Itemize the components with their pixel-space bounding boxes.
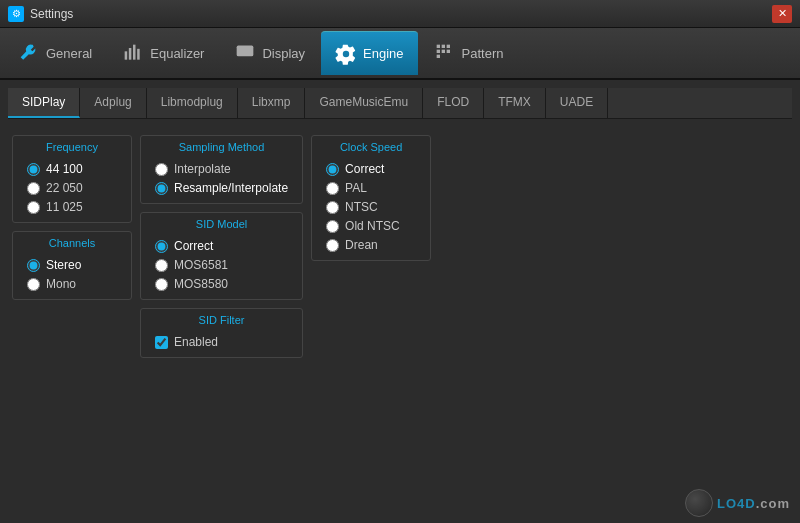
- watermark: LO4D.com: [685, 489, 790, 517]
- channel-stereo-label: Stereo: [46, 258, 81, 272]
- clock-pal-radio[interactable]: [326, 182, 339, 195]
- svg-rect-4: [237, 46, 254, 57]
- sid-model-mos6581-label: MOS6581: [174, 258, 228, 272]
- frequency-options: 44 100 22 050 11 025: [13, 158, 131, 214]
- sub-tab-gamemusicemu[interactable]: GameMusicEmu: [305, 88, 423, 118]
- svg-rect-9: [441, 50, 444, 53]
- sampling-interpolate-radio[interactable]: [155, 163, 168, 176]
- freq-11025-item[interactable]: 11 025: [27, 200, 117, 214]
- tab-equalizer[interactable]: Equalizer: [108, 31, 218, 75]
- sub-tab-adplug[interactable]: Adplug: [80, 88, 146, 118]
- clock-speed-title: Clock Speed: [312, 136, 430, 158]
- sampling-panel: Sampling Method Interpolate Resample/Int…: [140, 135, 303, 204]
- sid-filter-options: Enabled: [141, 331, 302, 349]
- close-button[interactable]: ✕: [772, 5, 792, 23]
- sub-tab-flod[interactable]: FLOD: [423, 88, 484, 118]
- sid-filter-panel: SID Filter Enabled: [140, 308, 303, 358]
- sampling-interpolate-label: Interpolate: [174, 162, 231, 176]
- clock-oldntsc-item[interactable]: Old NTSC: [326, 219, 416, 233]
- content-area: SIDPlay Adplug Libmodplug Libxmp GameMus…: [0, 80, 800, 523]
- clock-ntsc-label: NTSC: [345, 200, 378, 214]
- tab-display-label: Display: [262, 46, 305, 61]
- sid-model-mos6581-radio[interactable]: [155, 259, 168, 272]
- sub-tab-libxmp[interactable]: Libxmp: [238, 88, 306, 118]
- tab-display[interactable]: Display: [220, 31, 319, 75]
- freq-44100-label: 44 100: [46, 162, 83, 176]
- channel-stereo-radio[interactable]: [27, 259, 40, 272]
- sid-filter-enabled-item[interactable]: Enabled: [155, 335, 288, 349]
- tab-general-label: General: [46, 46, 92, 61]
- clock-oldntsc-radio[interactable]: [326, 220, 339, 233]
- settings-area: Frequency 44 100 22 050 11 025: [8, 129, 792, 364]
- settings-icon: ⚙: [8, 6, 24, 22]
- svg-rect-7: [446, 45, 449, 48]
- channels-options: Stereo Mono: [13, 254, 131, 291]
- channels-title: Channels: [13, 232, 131, 254]
- sampling-interpolate-item[interactable]: Interpolate: [155, 162, 288, 176]
- sub-tab-tfmx[interactable]: TFMX: [484, 88, 546, 118]
- tab-pattern-label: Pattern: [462, 46, 504, 61]
- clock-drean-radio[interactable]: [326, 239, 339, 252]
- sid-model-options: Correct MOS6581 MOS8580: [141, 235, 302, 291]
- pattern-icon: [434, 42, 456, 64]
- sid-model-mos8580-item[interactable]: MOS8580: [155, 277, 288, 291]
- sid-filter-enabled-label: Enabled: [174, 335, 218, 349]
- svg-rect-5: [436, 45, 439, 48]
- sid-model-panel: SID Model Correct MOS6581 MOS8580: [140, 212, 303, 300]
- title-bar-left: ⚙ Settings: [8, 6, 73, 22]
- sid-model-correct-radio[interactable]: [155, 240, 168, 253]
- freq-22050-item[interactable]: 22 050: [27, 181, 117, 195]
- sid-model-mos8580-radio[interactable]: [155, 278, 168, 291]
- sampling-title: Sampling Method: [141, 136, 302, 158]
- sid-model-correct-label: Correct: [174, 239, 213, 253]
- sampling-resample-radio[interactable]: [155, 182, 168, 195]
- clock-speed-panel: Clock Speed Correct PAL NTSC: [311, 135, 431, 261]
- clock-ntsc-item[interactable]: NTSC: [326, 200, 416, 214]
- tab-engine-label: Engine: [363, 46, 403, 61]
- svg-rect-3: [137, 49, 140, 60]
- channel-mono-radio[interactable]: [27, 278, 40, 291]
- clock-correct-radio[interactable]: [326, 163, 339, 176]
- svg-rect-10: [436, 55, 439, 58]
- title-bar: ⚙ Settings ✕: [0, 0, 800, 28]
- clock-correct-label: Correct: [345, 162, 384, 176]
- tab-engine[interactable]: Engine: [321, 31, 417, 75]
- clock-ntsc-radio[interactable]: [326, 201, 339, 214]
- sid-filter-enabled-checkbox[interactable]: [155, 336, 168, 349]
- svg-rect-8: [436, 50, 439, 53]
- sub-tab-sidplay[interactable]: SIDPlay: [8, 88, 80, 118]
- channel-mono-item[interactable]: Mono: [27, 277, 117, 291]
- freq-44100-radio[interactable]: [27, 163, 40, 176]
- gear-icon: [335, 43, 357, 65]
- svg-rect-1: [129, 48, 132, 60]
- wrench-icon: [18, 42, 40, 64]
- sub-tab-uade[interactable]: UADE: [546, 88, 608, 118]
- sampling-options: Interpolate Resample/Interpolate: [141, 158, 302, 195]
- sid-model-correct-item[interactable]: Correct: [155, 239, 288, 253]
- tab-pattern[interactable]: Pattern: [420, 31, 518, 75]
- clock-oldntsc-label: Old NTSC: [345, 219, 400, 233]
- clock-speed-options: Correct PAL NTSC Old NTSC: [312, 158, 430, 252]
- frequency-title: Frequency: [13, 136, 131, 158]
- svg-rect-0: [125, 51, 128, 59]
- clock-drean-item[interactable]: Drean: [326, 238, 416, 252]
- channels-panel: Channels Stereo Mono: [12, 231, 132, 300]
- col-clockspeed: Clock Speed Correct PAL NTSC: [311, 135, 431, 358]
- sid-filter-title: SID Filter: [141, 309, 302, 331]
- tab-equalizer-label: Equalizer: [150, 46, 204, 61]
- freq-11025-radio[interactable]: [27, 201, 40, 214]
- sid-model-mos6581-item[interactable]: MOS6581: [155, 258, 288, 272]
- sub-tab-libmodplug[interactable]: Libmodplug: [147, 88, 238, 118]
- sampling-resample-item[interactable]: Resample/Interpolate: [155, 181, 288, 195]
- clock-pal-item[interactable]: PAL: [326, 181, 416, 195]
- freq-22050-radio[interactable]: [27, 182, 40, 195]
- monitor-icon: [234, 42, 256, 64]
- freq-44100-item[interactable]: 44 100: [27, 162, 117, 176]
- clock-pal-label: PAL: [345, 181, 367, 195]
- clock-correct-item[interactable]: Correct: [326, 162, 416, 176]
- channel-stereo-item[interactable]: Stereo: [27, 258, 117, 272]
- clock-drean-label: Drean: [345, 238, 378, 252]
- watermark-globe-icon: [685, 489, 713, 517]
- tab-general[interactable]: General: [4, 31, 106, 75]
- sid-model-mos8580-label: MOS8580: [174, 277, 228, 291]
